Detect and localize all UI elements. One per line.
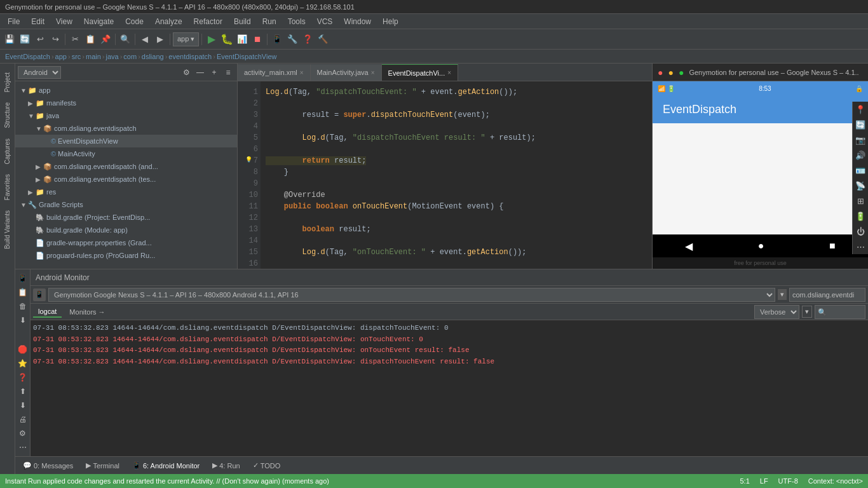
tree-item-build-gradle-project[interactable]: 🐘 build.gradle (Project: EventDisp... bbox=[15, 211, 237, 224]
tree-item-build-gradle-app[interactable]: 🐘 build.gradle (Module: app) bbox=[15, 224, 237, 236]
scroll-end-icon[interactable]: ⬇ bbox=[17, 314, 29, 327]
verbose-dropdown-btn[interactable]: ▾ bbox=[802, 306, 812, 318]
ext-tools-btn[interactable]: 🔨 bbox=[316, 32, 330, 46]
more-icon[interactable]: ⋯ bbox=[17, 441, 29, 454]
geny-id-icon[interactable]: 🪪 bbox=[853, 163, 868, 178]
geny-gps-icon[interactable]: 📍 bbox=[853, 102, 868, 117]
tree-item-java[interactable]: ▼ 📁 java bbox=[15, 109, 237, 122]
vtab-favorites[interactable]: Favorites bbox=[3, 170, 12, 204]
toolbar-save-btn[interactable]: 💾 bbox=[3, 32, 17, 46]
run-button[interactable]: ▶ bbox=[205, 32, 219, 46]
menu-view[interactable]: View bbox=[51, 16, 78, 27]
tool-tab-terminal[interactable]: ▶ Terminal bbox=[81, 459, 125, 471]
sidebar-sort-btn[interactable]: ≡ bbox=[222, 66, 234, 79]
menu-run[interactable]: Run bbox=[257, 16, 281, 27]
toolbar-back-btn[interactable]: ◀ bbox=[138, 32, 152, 46]
geny-min-btn[interactable]: ● bbox=[668, 67, 673, 78]
close-tab-activity-main[interactable]: × bbox=[300, 69, 304, 76]
tree-item-res[interactable]: ▶ 📁 res bbox=[15, 186, 237, 198]
tree-item-gradle-scripts[interactable]: ▼ 🔧 Gradle Scripts bbox=[15, 198, 237, 211]
app-selector[interactable]: app ▾ bbox=[173, 32, 199, 46]
stop-button[interactable]: ⏹ bbox=[250, 32, 264, 46]
sidebar-settings-btn[interactable]: ⚙ bbox=[180, 66, 193, 79]
bc-eventdispatchview[interactable]: EventDispatchView bbox=[217, 53, 277, 60]
recent-btn-icon[interactable]: ■ bbox=[829, 240, 836, 252]
geny-max-btn[interactable]: ● bbox=[679, 67, 684, 78]
close-tab-eventdispatchview[interactable]: × bbox=[447, 69, 451, 76]
close-tab-mainactivity[interactable]: × bbox=[371, 69, 375, 76]
geny-more-icon[interactable]: ⋯ bbox=[853, 239, 868, 254]
geny-close-btn[interactable]: ● bbox=[658, 67, 663, 78]
toolbar-sync-btn[interactable]: 🔄 bbox=[18, 32, 32, 46]
tree-item-pkg-main[interactable]: ▼ 📦 com.dsliang.eventdispatch bbox=[15, 122, 237, 135]
verbose-select[interactable]: Verbose Debug Info Warn Error bbox=[754, 305, 799, 319]
bc-main[interactable]: main bbox=[86, 53, 101, 60]
tree-item-manifests[interactable]: ▶ 📁 manifests bbox=[15, 97, 237, 109]
sidebar-expand-btn[interactable]: + bbox=[208, 66, 220, 79]
tool-tab-run[interactable]: ▶ 4: Run bbox=[207, 459, 245, 471]
toolbar-paste-btn[interactable]: 📌 bbox=[98, 32, 112, 46]
project-view-select[interactable]: Android bbox=[18, 66, 61, 79]
bc-src[interactable]: src bbox=[72, 53, 81, 60]
toolbar-forward-btn[interactable]: ▶ bbox=[153, 32, 167, 46]
sidebar-collapse-btn[interactable]: — bbox=[194, 66, 207, 79]
tab-mainactivity[interactable]: MainActivity.java × bbox=[311, 64, 382, 81]
device-dropdown-btn[interactable]: ▾ bbox=[778, 289, 787, 300]
vtab-build-variants[interactable]: Build Variants bbox=[3, 207, 12, 253]
menu-file[interactable]: File bbox=[3, 16, 25, 27]
tree-item-pkg-tes[interactable]: ▶ 📦 com.dsliang.eventdispatch (tes... bbox=[15, 173, 237, 186]
geny-grid-icon[interactable]: ⊞ bbox=[853, 193, 868, 208]
toolbar-undo-btn[interactable]: ↩ bbox=[33, 32, 47, 46]
back-btn-icon[interactable]: ◀ bbox=[685, 240, 693, 252]
package-filter-input[interactable] bbox=[789, 288, 865, 302]
tool-tab-messages[interactable]: 💬 0: Messages bbox=[18, 459, 78, 471]
logcat-search-input[interactable] bbox=[815, 305, 865, 319]
bc-eventdispatch-pkg[interactable]: eventdispatch bbox=[168, 53, 212, 60]
device-select[interactable]: Genymotion Google Nexus S – 4.1.1 – API … bbox=[48, 288, 775, 302]
menu-edit[interactable]: Edit bbox=[26, 16, 50, 27]
stop-process-btn[interactable]: 🛑 bbox=[17, 343, 29, 356]
bc-app[interactable]: app bbox=[55, 53, 67, 60]
bc-eventdispatch[interactable]: EventDispatch bbox=[5, 53, 50, 60]
avd-btn[interactable]: 📱 bbox=[270, 32, 284, 46]
geny-rotate-icon[interactable]: 🔄 bbox=[853, 117, 868, 132]
tab-eventdispatchview[interactable]: EventDispatchVi... × bbox=[382, 64, 459, 81]
home-btn-icon[interactable]: ● bbox=[758, 240, 764, 252]
menu-code[interactable]: Code bbox=[120, 16, 149, 27]
tree-item-mainactivity[interactable]: © MainActivity bbox=[15, 147, 237, 160]
debug-button[interactable]: 🐛 bbox=[220, 32, 234, 46]
vtab-structure[interactable]: Structure bbox=[3, 98, 12, 132]
geny-power-icon[interactable]: ⏻ bbox=[853, 224, 868, 239]
geny-battery-icon[interactable]: 🔋 bbox=[853, 208, 868, 224]
menu-help[interactable]: Help bbox=[377, 16, 403, 27]
menu-build[interactable]: Build bbox=[229, 16, 256, 27]
toolbar-search-btn[interactable]: 🔍 bbox=[118, 32, 132, 46]
down-icon[interactable]: ⬇ bbox=[17, 399, 29, 412]
geny-camera-icon[interactable]: 📷 bbox=[853, 132, 868, 147]
logcat-icon[interactable]: 📋 bbox=[17, 286, 29, 299]
bc-com[interactable]: com bbox=[123, 53, 137, 60]
help-logcat-icon[interactable]: ❓ bbox=[17, 371, 29, 384]
print-icon[interactable]: 🖨 bbox=[17, 413, 29, 426]
monitors-tab[interactable]: Monitors → bbox=[64, 307, 110, 317]
menu-tools[interactable]: Tools bbox=[283, 16, 311, 27]
star-icon[interactable]: ⭐ bbox=[17, 357, 29, 370]
tree-item-pkg-and[interactable]: ▶ 📦 com.dsliang.eventdispatch (and... bbox=[15, 160, 237, 173]
menu-vcs[interactable]: VCS bbox=[312, 16, 338, 27]
toolbar-cut-btn[interactable]: ✂ bbox=[68, 32, 82, 46]
tree-item-gradle-wrapper[interactable]: 📄 gradle-wrapper.properties (Grad... bbox=[15, 236, 237, 249]
tree-item-app[interactable]: ▼ 📁 app bbox=[15, 84, 237, 97]
menu-navigate[interactable]: Navigate bbox=[79, 16, 119, 27]
bc-java[interactable]: java bbox=[106, 53, 119, 60]
logcat-tab[interactable]: logcat bbox=[33, 306, 62, 318]
vtab-project[interactable]: Project bbox=[3, 69, 12, 96]
menu-window[interactable]: Window bbox=[339, 16, 376, 27]
tab-activity-main[interactable]: activity_main.xml × bbox=[238, 64, 311, 81]
tree-item-eventdispatchview[interactable]: © EventDispatchView bbox=[15, 135, 237, 147]
code-content[interactable]: Log.d(Tag, "dispatchTouchEvent: " + even… bbox=[261, 81, 652, 269]
sdk-btn[interactable]: 🔧 bbox=[285, 32, 299, 46]
geny-sound-icon[interactable]: 🔊 bbox=[853, 147, 868, 163]
coverage-btn[interactable]: 📊 bbox=[235, 32, 249, 46]
menu-refactor[interactable]: Refactor bbox=[189, 16, 227, 27]
up-icon[interactable]: ⬆ bbox=[17, 385, 29, 398]
